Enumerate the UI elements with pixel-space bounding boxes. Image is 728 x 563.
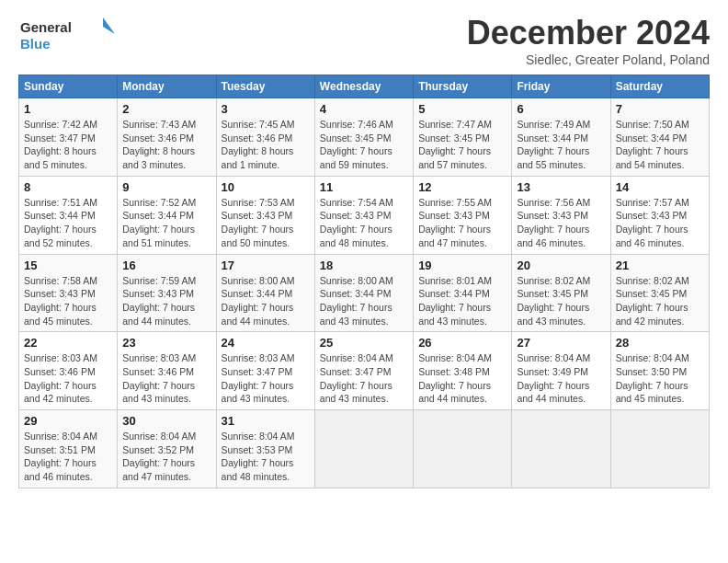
day-cell-13: 13Sunrise: 7:56 AM Sunset: 3:43 PM Dayli… [512, 176, 610, 254]
day-cell-21: 21Sunrise: 8:02 AM Sunset: 3:45 PM Dayli… [610, 254, 709, 332]
day-cell-7: 7Sunrise: 7:50 AM Sunset: 3:44 PM Daylig… [610, 98, 709, 177]
day-cell-20: 20Sunrise: 8:02 AM Sunset: 3:45 PM Dayli… [512, 254, 610, 332]
header-day-saturday: Saturday [610, 75, 709, 98]
day-info-13: Sunrise: 7:56 AM Sunset: 3:43 PM Dayligh… [517, 196, 605, 250]
day-info-18: Sunrise: 8:00 AM Sunset: 3:44 PM Dayligh… [320, 274, 408, 328]
day-cell-3: 3Sunrise: 7:45 AM Sunset: 3:46 PM Daylig… [216, 98, 314, 177]
day-info-10: Sunrise: 7:53 AM Sunset: 3:43 PM Dayligh… [222, 196, 310, 250]
day-number-11: 11 [320, 180, 408, 194]
header-day-friday: Friday [512, 75, 610, 98]
calendar-table: SundayMondayTuesdayWednesdayThursdayFrid… [18, 75, 710, 488]
empty-cell [314, 410, 413, 488]
day-info-12: Sunrise: 7:55 AM Sunset: 3:43 PM Dayligh… [418, 196, 506, 250]
day-number-9: 9 [122, 180, 210, 194]
calendar-body: 1Sunrise: 7:42 AM Sunset: 3:47 PM Daylig… [19, 98, 710, 488]
header-day-tuesday: Tuesday [216, 75, 314, 98]
logo-svg: General Blue [18, 14, 119, 55]
day-cell-15: 15Sunrise: 7:58 AM Sunset: 3:43 PM Dayli… [19, 254, 118, 332]
calendar-week-1: 1Sunrise: 7:42 AM Sunset: 3:47 PM Daylig… [19, 98, 710, 177]
day-info-22: Sunrise: 8:03 AM Sunset: 3:46 PM Dayligh… [24, 351, 112, 406]
calendar-week-5: 29Sunrise: 8:04 AM Sunset: 3:51 PM Dayli… [19, 410, 710, 488]
day-cell-18: 18Sunrise: 8:00 AM Sunset: 3:44 PM Dayli… [314, 254, 413, 332]
day-cell-26: 26Sunrise: 8:04 AM Sunset: 3:48 PM Dayli… [414, 332, 512, 410]
day-cell-23: 23Sunrise: 8:03 AM Sunset: 3:46 PM Dayli… [118, 332, 216, 410]
day-number-17: 17 [222, 259, 310, 272]
day-number-6: 6 [517, 102, 605, 116]
day-info-5: Sunrise: 7:47 AM Sunset: 3:45 PM Dayligh… [418, 118, 506, 172]
day-cell-5: 5Sunrise: 7:47 AM Sunset: 3:45 PM Daylig… [414, 98, 512, 177]
day-number-14: 14 [616, 180, 704, 194]
day-info-30: Sunrise: 8:04 AM Sunset: 3:52 PM Dayligh… [122, 430, 210, 484]
day-info-19: Sunrise: 8:01 AM Sunset: 3:44 PM Dayligh… [418, 274, 506, 328]
day-info-23: Sunrise: 8:03 AM Sunset: 3:46 PM Dayligh… [122, 351, 210, 406]
day-number-24: 24 [222, 336, 310, 350]
day-number-29: 29 [24, 414, 112, 428]
day-number-20: 20 [517, 259, 605, 272]
day-number-31: 31 [222, 414, 310, 428]
page-header: General Blue December 2024 Siedlec, Grea… [18, 14, 710, 67]
header-day-monday: Monday [118, 75, 216, 98]
day-cell-8: 8Sunrise: 7:51 AM Sunset: 3:44 PM Daylig… [19, 176, 118, 254]
day-number-1: 1 [24, 102, 112, 116]
day-cell-16: 16Sunrise: 7:59 AM Sunset: 3:43 PM Dayli… [118, 254, 216, 332]
day-cell-25: 25Sunrise: 8:04 AM Sunset: 3:47 PM Dayli… [314, 332, 413, 410]
day-info-11: Sunrise: 7:54 AM Sunset: 3:43 PM Dayligh… [320, 196, 408, 250]
day-info-17: Sunrise: 8:00 AM Sunset: 3:44 PM Dayligh… [222, 274, 310, 328]
day-number-12: 12 [418, 180, 506, 194]
location: Siedlec, Greater Poland, Poland [467, 52, 710, 67]
day-cell-14: 14Sunrise: 7:57 AM Sunset: 3:43 PM Dayli… [610, 176, 709, 254]
header-day-wednesday: Wednesday [314, 75, 413, 98]
day-number-3: 3 [222, 102, 310, 116]
day-number-5: 5 [418, 102, 506, 116]
day-cell-30: 30Sunrise: 8:04 AM Sunset: 3:52 PM Dayli… [118, 410, 216, 488]
svg-marker-2 [103, 17, 115, 34]
day-cell-27: 27Sunrise: 8:04 AM Sunset: 3:49 PM Dayli… [512, 332, 610, 410]
day-info-3: Sunrise: 7:45 AM Sunset: 3:46 PM Dayligh… [222, 118, 310, 172]
day-number-4: 4 [320, 102, 408, 116]
day-cell-28: 28Sunrise: 8:04 AM Sunset: 3:50 PM Dayli… [610, 332, 709, 410]
day-info-14: Sunrise: 7:57 AM Sunset: 3:43 PM Dayligh… [616, 196, 704, 250]
day-number-8: 8 [24, 180, 112, 194]
title-block: December 2024 Siedlec, Greater Poland, P… [467, 14, 710, 67]
logo: General Blue [18, 14, 119, 55]
day-info-15: Sunrise: 7:58 AM Sunset: 3:43 PM Dayligh… [24, 274, 112, 328]
day-number-19: 19 [418, 259, 506, 272]
day-cell-29: 29Sunrise: 8:04 AM Sunset: 3:51 PM Dayli… [19, 410, 118, 488]
day-number-15: 15 [24, 259, 112, 272]
day-number-21: 21 [616, 259, 704, 272]
empty-cell [610, 410, 709, 488]
day-cell-11: 11Sunrise: 7:54 AM Sunset: 3:43 PM Dayli… [314, 176, 413, 254]
calendar-week-2: 8Sunrise: 7:51 AM Sunset: 3:44 PM Daylig… [19, 176, 710, 254]
header-row: SundayMondayTuesdayWednesdayThursdayFrid… [19, 75, 710, 98]
day-cell-10: 10Sunrise: 7:53 AM Sunset: 3:43 PM Dayli… [216, 176, 314, 254]
day-info-21: Sunrise: 8:02 AM Sunset: 3:45 PM Dayligh… [616, 274, 704, 328]
day-number-10: 10 [222, 180, 310, 194]
month-title: December 2024 [467, 14, 710, 52]
day-info-9: Sunrise: 7:52 AM Sunset: 3:44 PM Dayligh… [122, 196, 210, 250]
day-number-25: 25 [320, 336, 408, 350]
calendar-header: SundayMondayTuesdayWednesdayThursdayFrid… [19, 75, 710, 98]
empty-cell [414, 410, 512, 488]
day-number-27: 27 [517, 336, 605, 350]
calendar-week-3: 15Sunrise: 7:58 AM Sunset: 3:43 PM Dayli… [19, 254, 710, 332]
day-info-6: Sunrise: 7:49 AM Sunset: 3:44 PM Dayligh… [517, 118, 605, 172]
day-cell-1: 1Sunrise: 7:42 AM Sunset: 3:47 PM Daylig… [19, 98, 118, 177]
day-info-16: Sunrise: 7:59 AM Sunset: 3:43 PM Dayligh… [122, 274, 210, 328]
day-number-2: 2 [122, 102, 210, 116]
day-cell-31: 31Sunrise: 8:04 AM Sunset: 3:53 PM Dayli… [216, 410, 314, 488]
day-info-24: Sunrise: 8:03 AM Sunset: 3:47 PM Dayligh… [222, 351, 310, 406]
day-cell-12: 12Sunrise: 7:55 AM Sunset: 3:43 PM Dayli… [414, 176, 512, 254]
day-number-16: 16 [122, 259, 210, 272]
header-day-thursday: Thursday [414, 75, 512, 98]
day-number-22: 22 [24, 336, 112, 350]
day-cell-4: 4Sunrise: 7:46 AM Sunset: 3:45 PM Daylig… [314, 98, 413, 177]
day-info-4: Sunrise: 7:46 AM Sunset: 3:45 PM Dayligh… [320, 118, 408, 172]
day-number-28: 28 [616, 336, 704, 350]
calendar-week-4: 22Sunrise: 8:03 AM Sunset: 3:46 PM Dayli… [19, 332, 710, 410]
day-info-28: Sunrise: 8:04 AM Sunset: 3:50 PM Dayligh… [616, 351, 704, 406]
day-number-18: 18 [320, 259, 408, 272]
day-cell-19: 19Sunrise: 8:01 AM Sunset: 3:44 PM Dayli… [414, 254, 512, 332]
day-info-25: Sunrise: 8:04 AM Sunset: 3:47 PM Dayligh… [320, 351, 408, 406]
day-info-31: Sunrise: 8:04 AM Sunset: 3:53 PM Dayligh… [222, 430, 310, 484]
day-info-1: Sunrise: 7:42 AM Sunset: 3:47 PM Dayligh… [24, 118, 112, 172]
